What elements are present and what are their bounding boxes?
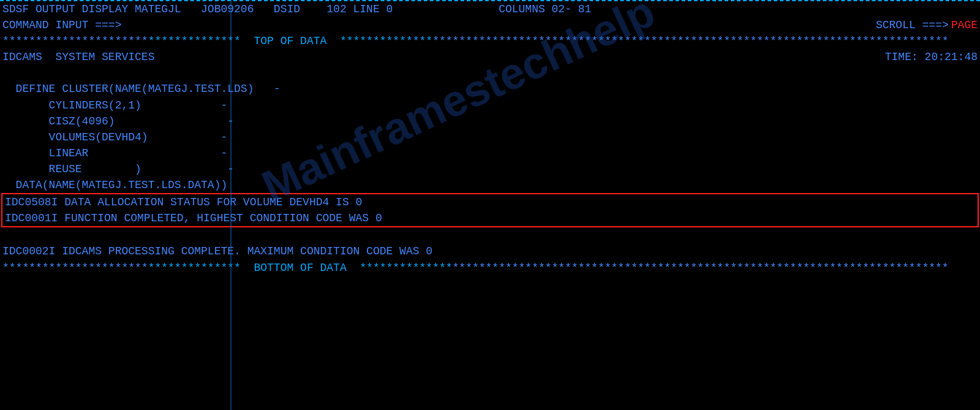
idc0001-line: IDC0001I FUNCTION COMPLETED, HIGHEST CON…: [2, 210, 978, 226]
stars-top-text: **********************: [2, 33, 148, 49]
cylinders-line: CYLINDERS(2,1) -: [0, 97, 980, 113]
linear-line: LINEAR -: [0, 145, 980, 161]
idcams-line: IDCAMS SYSTEM SERVICES TIME: 20:21:48: [0, 49, 980, 65]
define-cluster-text: DEFINE CLUSTER(NAME(MATEGJ.TEST.LDS) -: [2, 81, 281, 97]
define-cluster-line: DEFINE CLUSTER(NAME(MATEGJ.TEST.LDS) -: [0, 81, 980, 97]
header-line1: SDSF OUTPUT DISPLAY MATEGJL JOB09206 DSI…: [0, 1, 980, 17]
cylinders-text: CYLINDERS(2,1) -: [2, 97, 227, 113]
idc0002-text: IDC0002I IDCAMS PROCESSING COMPLETE. MAX…: [2, 243, 432, 259]
idc0508-text: IDC0508I DATA ALLOCATION STATUS FOR VOLU…: [5, 194, 362, 210]
stars-top-line: ********************** ************** TO…: [0, 33, 980, 49]
data-text: DATA(NAME(MATEGJ.TEST.LDS.DATA)): [2, 177, 227, 193]
data-name-line: DATA(NAME(MATEGJ.TEST.LDS.DATA)): [0, 177, 980, 193]
blank-line-2: [0, 227, 980, 243]
scroll-label: SCROLL ===>: [876, 17, 949, 33]
command-input-label: COMMAND INPUT ===>: [2, 17, 876, 33]
idc0001-text: IDC0001I FUNCTION COMPLETED, HIGHEST CON…: [5, 210, 382, 226]
header-text1: SDSF OUTPUT DISPLAY MATEGJL JOB09206 DSI…: [2, 1, 591, 17]
blank-line-1: [0, 65, 980, 81]
reuse-text: REUSE ) -: [2, 161, 234, 177]
top-of-data-text: ************** TOP OF DATA *************…: [148, 33, 432, 49]
idc0002-line: IDC0002I IDCAMS PROCESSING COMPLETE. MAX…: [0, 243, 980, 259]
stars-bottom-start: **********************: [2, 260, 148, 276]
linear-text: LINEAR -: [2, 145, 227, 161]
reuse-line: REUSE ) -: [0, 161, 980, 177]
stars-top-end: ****************************************…: [432, 33, 949, 49]
stars-bottom-end: ****************************************…: [453, 260, 949, 276]
highlighted-box: IDC0508I DATA ALLOCATION STATUS FOR VOLU…: [1, 193, 979, 227]
header-line2: COMMAND INPUT ===> SCROLL ===> PAGE: [0, 17, 980, 33]
vertical-divider: [230, 0, 232, 410]
volumes-line: VOLUMES(DEVHD4) -: [0, 129, 980, 145]
main-screen: Mainframestechhelp SDSF OUTPUT DISPLAY M…: [0, 0, 980, 410]
bottom-of-data-text: ************** BOTTOM OF DATA **********…: [148, 260, 453, 276]
idcams-text: IDCAMS SYSTEM SERVICES: [2, 49, 885, 65]
idc0508-line: IDC0508I DATA ALLOCATION STATUS FOR VOLU…: [2, 194, 978, 210]
volumes-text: VOLUMES(DEVHD4) -: [2, 129, 227, 145]
stars-bottom-line: ********************** ************** BO…: [0, 260, 980, 276]
scroll-value: PAGE: [951, 17, 978, 33]
cisz-line: CISZ(4096) -: [0, 113, 980, 129]
time-text: TIME: 20:21:48: [885, 49, 978, 65]
cisz-text: CISZ(4096) -: [2, 113, 234, 129]
